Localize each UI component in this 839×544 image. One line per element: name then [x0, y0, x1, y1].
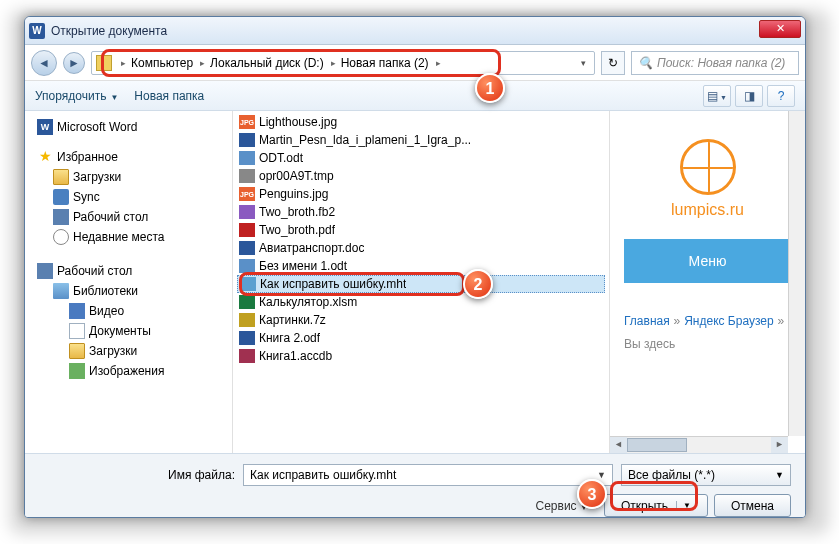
brand-text: lumpics.ru [618, 201, 797, 219]
breadcrumb: ▸Новая папка (2) [326, 56, 431, 70]
folder-icon [96, 55, 112, 71]
open-file-dialog: W Открытие документа ✕ ◄ ► ▸Компьютер ▸Л… [24, 16, 806, 518]
annotation-marker-3: 3 [577, 479, 607, 509]
file-list[interactable]: Lighthouse.jpgMartin_Pesn_lda_i_plameni_… [233, 111, 609, 453]
sidebar-item-desktop-root[interactable]: Рабочий стол [25, 261, 232, 281]
file-type-icon [239, 133, 255, 147]
sidebar-item-downloads2[interactable]: Загрузки [25, 341, 232, 361]
new-folder-button[interactable]: Новая папка [134, 89, 204, 103]
file-name: Two_broth.pdf [259, 223, 335, 237]
file-row[interactable]: Книга1.accdb [233, 347, 609, 365]
sidebar-item-images[interactable]: Изображения [25, 361, 232, 381]
file-type-icon [239, 187, 255, 201]
file-type-icon [240, 277, 256, 291]
sidebar-item-libraries[interactable]: Библиотеки [25, 281, 232, 301]
file-row[interactable]: opr00A9T.tmp [233, 167, 609, 185]
file-row[interactable]: Авиатранспорт.doc [233, 239, 609, 257]
file-name: Martin_Pesn_lda_i_plameni_1_Igra_p... [259, 133, 471, 147]
breadcrumb: ▸Компьютер [116, 56, 195, 70]
file-row[interactable]: Two_broth.pdf [233, 221, 609, 239]
file-row[interactable]: Картинки.7z [233, 311, 609, 329]
file-type-icon [239, 115, 255, 129]
titlebar: W Открытие документа ✕ [25, 17, 805, 45]
sidebar-item-recent[interactable]: Недавние места [25, 227, 232, 247]
annotation-marker-2: 2 [463, 269, 493, 299]
file-type-icon [239, 295, 255, 309]
search-icon: 🔍 [638, 56, 653, 70]
open-button[interactable]: Открыть▼ [604, 494, 708, 517]
sidebar-item-sync[interactable]: Sync [25, 187, 232, 207]
annotation-marker-1: 1 [475, 73, 505, 103]
file-type-icon [239, 223, 255, 237]
file-name: opr00A9T.tmp [259, 169, 334, 183]
refresh-button[interactable]: ↻ [601, 51, 625, 75]
file-row[interactable]: Книга 2.odf [233, 329, 609, 347]
nav-toolbar: ◄ ► ▸Компьютер ▸Локальный диск (D:) ▸Нов… [25, 45, 805, 81]
preview-pane: lumpics.ru Меню Главная » Яндекс Браузер… [609, 111, 805, 453]
search-input[interactable]: 🔍 Поиск: Новая папка (2) [631, 51, 799, 75]
preview-pane-button[interactable]: ◨ [735, 85, 763, 107]
preview-h-scrollbar[interactable]: ◄► [610, 436, 788, 453]
command-toolbar: Упорядочить▼ Новая папка ▤▼ ◨ ? [25, 81, 805, 111]
organize-menu[interactable]: Упорядочить▼ [35, 89, 118, 103]
address-bar[interactable]: ▸Компьютер ▸Локальный диск (D:) ▸Новая п… [91, 51, 595, 75]
file-type-icon [239, 169, 255, 183]
file-row[interactable]: Martin_Pesn_lda_i_plameni_1_Igra_p... [233, 131, 609, 149]
file-row[interactable]: Lighthouse.jpg [233, 113, 609, 131]
file-name: Как исправить ошибку.mht [260, 277, 406, 291]
preview-v-scrollbar[interactable] [788, 111, 805, 436]
file-row[interactable]: Как исправить ошибку.mht [237, 275, 605, 293]
sidebar-item-favorites[interactable]: ★Избранное [25, 147, 232, 167]
file-name: Penguins.jpg [259, 187, 328, 201]
lumpics-logo-icon [680, 139, 736, 195]
window-title: Открытие документа [51, 24, 167, 38]
forward-button[interactable]: ► [63, 52, 85, 74]
sidebar-item-video[interactable]: Видео [25, 301, 232, 321]
view-mode-button[interactable]: ▤▼ [703, 85, 731, 107]
file-row[interactable]: Penguins.jpg [233, 185, 609, 203]
file-name: ODT.odt [259, 151, 303, 165]
back-button[interactable]: ◄ [31, 50, 57, 76]
file-type-icon [239, 241, 255, 255]
file-type-icon [239, 151, 255, 165]
file-type-filter[interactable]: Все файлы (*.*)▼ [621, 464, 791, 486]
breadcrumb: ▸Локальный диск (D:) [195, 56, 326, 70]
navigation-pane: WMicrosoft Word ★Избранное Загрузки Sync… [25, 111, 233, 453]
filename-label: Имя файла: [39, 468, 235, 482]
close-button[interactable]: ✕ [759, 20, 801, 38]
file-name: Калькулятор.xlsm [259, 295, 357, 309]
preview-menu-button: Меню [624, 239, 791, 283]
cancel-button[interactable]: Отмена [714, 494, 791, 517]
sidebar-item-word[interactable]: WMicrosoft Word [25, 117, 232, 137]
dialog-footer: Имя файла: Как исправить ошибку.mht▼ Все… [25, 453, 805, 518]
file-row[interactable]: Калькулятор.xlsm [233, 293, 609, 311]
file-name: Книга1.accdb [259, 349, 332, 363]
file-name: Lighthouse.jpg [259, 115, 337, 129]
file-name: Авиатранспорт.doc [259, 241, 364, 255]
file-row[interactable]: Two_broth.fb2 [233, 203, 609, 221]
file-name: Книга 2.odf [259, 331, 320, 345]
file-name: Two_broth.fb2 [259, 205, 335, 219]
file-row[interactable]: ODT.odt [233, 149, 609, 167]
help-button[interactable]: ? [767, 85, 795, 107]
sidebar-item-downloads[interactable]: Загрузки [25, 167, 232, 187]
word-app-icon: W [29, 23, 45, 39]
file-type-icon [239, 331, 255, 345]
file-name: Без имени 1.odt [259, 259, 347, 273]
filename-input[interactable]: Как исправить ошибку.mht▼ [243, 464, 613, 486]
file-type-icon [239, 205, 255, 219]
file-row[interactable]: Без имени 1.odt [233, 257, 609, 275]
file-name: Картинки.7z [259, 313, 326, 327]
file-type-icon [239, 259, 255, 273]
file-type-icon [239, 349, 255, 363]
file-type-icon [239, 313, 255, 327]
sidebar-item-desktop[interactable]: Рабочий стол [25, 207, 232, 227]
sidebar-item-documents[interactable]: Документы [25, 321, 232, 341]
